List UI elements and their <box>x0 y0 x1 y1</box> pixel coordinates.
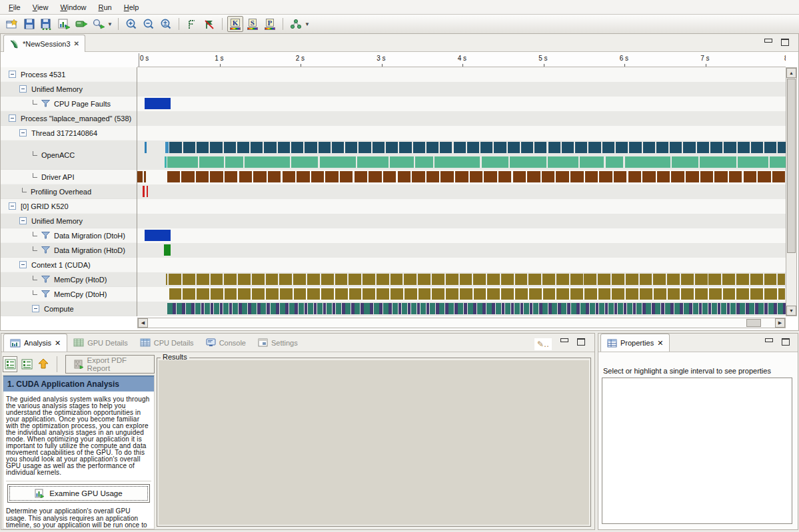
interval-bar[interactable] <box>285 303 289 314</box>
interval-bar[interactable] <box>251 142 263 153</box>
interval-bar[interactable] <box>764 274 777 285</box>
interval-bar[interactable] <box>556 274 569 285</box>
interval-bar[interactable] <box>379 303 383 314</box>
menu-help[interactable]: Help <box>118 1 145 13</box>
interval-bar[interactable] <box>311 171 324 182</box>
interval-bar[interactable] <box>224 274 237 285</box>
interval-bar[interactable] <box>314 303 317 314</box>
interval-bar[interactable] <box>333 303 336 314</box>
interval-bar[interactable] <box>684 303 689 314</box>
interval-bar[interactable] <box>404 274 416 285</box>
interval-bar[interactable] <box>323 303 327 314</box>
interval-bar[interactable] <box>614 303 618 314</box>
collapse-minus-icon[interactable] <box>19 129 27 136</box>
interval-bar[interactable] <box>357 156 388 168</box>
collapse-minus-icon[interactable] <box>19 217 27 224</box>
scroll-left-button[interactable]: ◀ <box>138 318 148 328</box>
interval-bar[interactable] <box>477 303 482 314</box>
interval-bar[interactable] <box>699 303 702 314</box>
interval-bar[interactable] <box>404 288 417 300</box>
interval-bar[interactable] <box>430 303 435 314</box>
interval-bar[interactable] <box>455 171 468 182</box>
tree-row-data-migration-dtoh[interactable]: Data Migration (DtoH) <box>1 228 137 243</box>
unguided-analysis-button[interactable] <box>19 356 34 372</box>
interval-bar[interactable] <box>496 303 501 314</box>
interval-bar[interactable] <box>598 288 611 300</box>
interval-bar[interactable] <box>445 303 448 314</box>
interval-bar[interactable] <box>778 142 785 153</box>
menu-view[interactable]: View <box>27 1 55 13</box>
interval-bar[interactable] <box>276 303 279 314</box>
interval-bar[interactable] <box>169 274 181 285</box>
interval-bar[interactable] <box>167 156 198 168</box>
interval-bar[interactable] <box>575 142 587 153</box>
interval-bar[interactable] <box>552 303 557 314</box>
interval-bar[interactable] <box>486 303 492 314</box>
interval-bar[interactable] <box>624 303 627 314</box>
interval-bar[interactable] <box>508 142 520 153</box>
interval-bar[interactable] <box>712 303 717 314</box>
scroll-right-button[interactable]: ▶ <box>775 318 785 328</box>
interval-bar[interactable] <box>345 142 357 153</box>
interval-bar[interactable] <box>412 171 424 182</box>
interval-bar[interactable] <box>556 288 569 300</box>
interval-bar[interactable] <box>596 303 599 314</box>
view-menu-icon[interactable]: ✎‥ <box>534 338 552 350</box>
interval-bar[interactable] <box>399 303 402 314</box>
interval-bar[interactable] <box>674 303 680 314</box>
interval-bar[interactable] <box>253 171 266 182</box>
interval-bar[interactable] <box>432 288 444 300</box>
interval-bar[interactable] <box>738 142 750 153</box>
interval-bar[interactable] <box>626 274 638 285</box>
interval-bar[interactable] <box>446 288 458 300</box>
interval-bar[interactable] <box>527 171 540 182</box>
interval-bar[interactable] <box>205 303 210 314</box>
interval-bar[interactable] <box>351 303 355 314</box>
interval-bar[interactable] <box>181 171 194 182</box>
interval-bar[interactable] <box>391 274 403 285</box>
interval-bar[interactable] <box>524 303 529 314</box>
interval-bar[interactable] <box>369 171 381 182</box>
interval-bar[interactable] <box>657 171 670 182</box>
kernel-colors-k-button[interactable]: K <box>227 16 243 32</box>
interval-bar[interactable] <box>695 288 708 300</box>
interval-bar[interactable] <box>332 142 344 153</box>
interval-bar[interactable] <box>321 288 334 300</box>
interval-bar[interactable] <box>656 142 668 153</box>
tree-row-profiling-overhead[interactable]: Profiling Overhead <box>1 184 137 199</box>
interval-bar[interactable] <box>528 274 541 285</box>
interval-bar[interactable] <box>697 142 709 153</box>
interval-bar[interactable] <box>548 156 578 168</box>
interval-bar[interactable] <box>542 303 548 314</box>
interval-bar[interactable] <box>143 186 145 197</box>
interval-bar[interactable] <box>299 303 304 314</box>
interval-bar[interactable] <box>345 303 351 314</box>
tree-row-openacc[interactable]: OpenACC <box>1 140 137 170</box>
interval-bar[interactable] <box>173 303 176 314</box>
interval-bar[interactable] <box>325 171 338 182</box>
interval-bar[interactable] <box>370 303 373 314</box>
interval-bar[interactable] <box>201 303 205 314</box>
interval-bar[interactable] <box>542 274 555 285</box>
interval-bar[interactable] <box>335 274 348 285</box>
vertical-scroll-thumb[interactable] <box>787 79 796 253</box>
search-dropdown-arrow[interactable]: ▼ <box>107 21 113 27</box>
interval-bar[interactable] <box>473 274 486 285</box>
interval-bar[interactable] <box>349 274 361 285</box>
interval-bar[interactable] <box>515 288 528 300</box>
run-analysis-button[interactable] <box>73 16 89 32</box>
interval-bar[interactable] <box>556 171 568 182</box>
interval-bar[interactable] <box>665 303 670 314</box>
interval-bar[interactable] <box>233 303 238 314</box>
collapse-minus-icon[interactable] <box>19 261 27 268</box>
interval-bar[interactable] <box>618 303 623 314</box>
save-all-button[interactable] <box>39 16 55 32</box>
tab-console[interactable]: Console <box>200 334 252 352</box>
vertical-scrollbar[interactable]: ▲ ▼ <box>786 67 797 316</box>
interval-bar[interactable] <box>667 274 680 285</box>
back-to-parent-button[interactable] <box>36 356 51 372</box>
interval-bar[interactable] <box>446 274 458 285</box>
interval-bar[interactable] <box>169 288 182 300</box>
interval-bar[interactable] <box>305 142 317 153</box>
interval-bar[interactable] <box>661 303 664 314</box>
